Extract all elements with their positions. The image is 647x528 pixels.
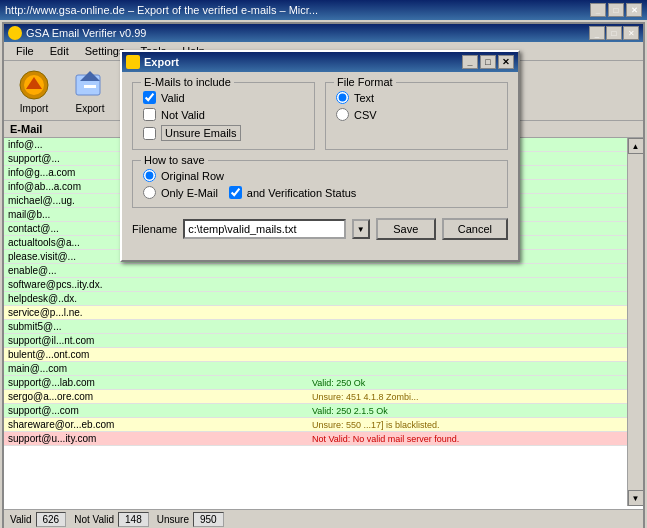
csv-radio-label[interactable]: CSV (354, 109, 377, 121)
dialog-titlebar: Export _ □ ✕ (122, 52, 518, 72)
not-valid-checkbox-label[interactable]: Not Valid (161, 109, 205, 121)
original-row-field: Original Row (143, 169, 497, 182)
file-format-group: File Format Text CSV (325, 82, 508, 150)
save-button[interactable]: Save (376, 218, 436, 240)
not-valid-field: Not Valid (143, 108, 304, 121)
filename-label: Filename (132, 223, 177, 235)
verification-label[interactable]: and Verification Status (247, 187, 356, 199)
filename-row: Filename ▼ Save Cancel (132, 218, 508, 240)
emails-group-legend: E-Mails to include (141, 76, 234, 88)
unsure-checkbox[interactable] (143, 127, 156, 140)
dialog-icon (126, 55, 140, 69)
csv-format-field: CSV (336, 108, 497, 121)
only-email-label[interactable]: Only E-Mail (161, 187, 218, 199)
original-row-label[interactable]: Original Row (161, 170, 224, 182)
export-dialog: Export _ □ ✕ E-Mails to include Valid (120, 50, 520, 262)
how-to-save-legend: How to save (141, 154, 208, 166)
dialog-body: E-Mails to include Valid Not Valid Unsur… (122, 72, 518, 260)
unsure-checkbox-label[interactable]: Unsure Emails (161, 125, 241, 141)
only-email-radio[interactable] (143, 186, 156, 199)
text-format-field: Text (336, 91, 497, 104)
emails-group: E-Mails to include Valid Not Valid Unsur… (132, 82, 315, 150)
verification-checkbox[interactable] (229, 186, 242, 199)
dialog-top-row: E-Mails to include Valid Not Valid Unsur… (132, 82, 508, 150)
text-radio[interactable] (336, 91, 349, 104)
valid-checkbox[interactable] (143, 91, 156, 104)
valid-checkbox-label[interactable]: Valid (161, 92, 185, 104)
dialog-close-button[interactable]: ✕ (498, 55, 514, 69)
cancel-button[interactable]: Cancel (442, 218, 508, 240)
not-valid-checkbox[interactable] (143, 108, 156, 121)
how-to-save-group: How to save Original Row Only E-Mail and… (132, 160, 508, 208)
dialog-title: Export (144, 56, 179, 68)
file-format-legend: File Format (334, 76, 396, 88)
unsure-field: Unsure Emails (143, 125, 304, 141)
only-email-field: Only E-Mail and Verification Status (143, 186, 497, 199)
dialog-overlay: Export _ □ ✕ E-Mails to include Valid (0, 0, 647, 528)
filename-dropdown-button[interactable]: ▼ (352, 219, 370, 239)
valid-field: Valid (143, 91, 304, 104)
dialog-maximize-button[interactable]: □ (480, 55, 496, 69)
text-radio-label[interactable]: Text (354, 92, 374, 104)
filename-input[interactable] (183, 219, 346, 239)
original-row-radio[interactable] (143, 169, 156, 182)
csv-radio[interactable] (336, 108, 349, 121)
dialog-minimize-button[interactable]: _ (462, 55, 478, 69)
